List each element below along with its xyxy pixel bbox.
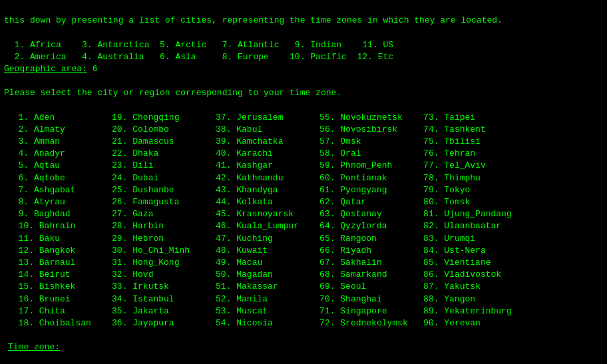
geographic-area-label: Geographic area: xyxy=(4,64,87,74)
intro-line: this down by presenting a list of cities… xyxy=(4,15,503,25)
timezone-input-line: Time zone: 70 xyxy=(8,341,603,364)
select-prompt: Please select the city or region corresp… xyxy=(4,88,341,98)
menu-line2: 2. America 4. Australia 6. Asia 8. Europ… xyxy=(4,52,393,62)
terminal-output: this down by presenting a list of cities… xyxy=(4,3,603,112)
cities-table: 1. Aden 19. Chongqing 37. Jerusalem 55. … xyxy=(4,112,603,329)
footer-section: Time zone: 70 Current default time zone:… xyxy=(4,329,603,364)
menu-line1: 1. Africa 3. Antarctica 5. Arctic 7. Atl… xyxy=(4,40,393,50)
geographic-area: Geographic area: 6 xyxy=(4,64,97,74)
timezone-label: Time zone: xyxy=(8,341,603,353)
geographic-area-value: 6 xyxy=(93,64,98,74)
